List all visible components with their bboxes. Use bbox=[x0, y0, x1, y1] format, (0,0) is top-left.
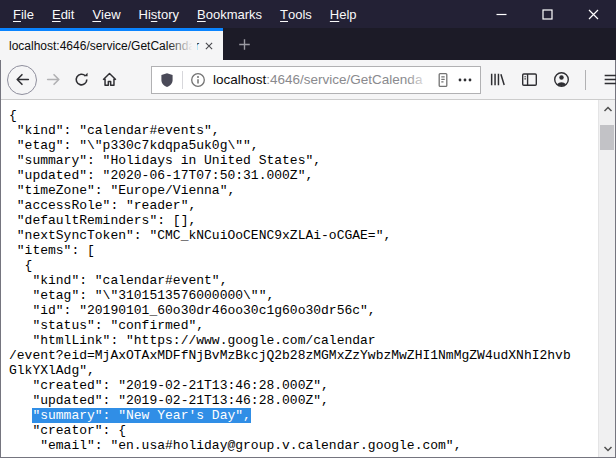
back-arrow-icon bbox=[14, 71, 31, 88]
url-fade bbox=[407, 67, 433, 93]
close-icon bbox=[587, 8, 600, 21]
tab-close-button[interactable] bbox=[200, 37, 217, 54]
json-line: "accessRole": "reader", bbox=[9, 198, 598, 213]
reload-icon bbox=[73, 71, 90, 88]
json-line: "status": "confirmed", bbox=[9, 318, 598, 333]
toolbar-separator bbox=[585, 70, 586, 90]
scroll-up-button[interactable] bbox=[599, 100, 615, 117]
url-input[interactable]: localhost:4646/service/GetCalenda bbox=[213, 67, 433, 93]
reload-button[interactable] bbox=[67, 66, 95, 94]
plus-icon bbox=[238, 38, 251, 51]
home-icon bbox=[101, 71, 118, 88]
scroll-down-button[interactable] bbox=[599, 440, 615, 457]
json-line: "summary": "Holidays in United States", bbox=[9, 153, 598, 168]
json-line: "kind": "calendar#event", bbox=[9, 273, 598, 288]
navigation-toolbar: localhost:4646/service/GetCalenda bbox=[1, 60, 615, 100]
maximize-icon bbox=[541, 8, 554, 21]
close-window-button[interactable] bbox=[570, 0, 616, 28]
menu-bar: FileEditViewHistoryBookmarksToolsHelp bbox=[0, 0, 366, 28]
toolbar-right bbox=[481, 66, 616, 94]
json-line: "updated": "2019-02-21T13:46:28.000Z", bbox=[9, 393, 598, 408]
json-line: { bbox=[9, 258, 598, 273]
json-line: "timeZone": "Europe/Vienna", bbox=[9, 183, 598, 198]
json-line: /event?eid=MjAxOTAxMDFfNjBvMzBkcjQ2b28zM… bbox=[9, 348, 598, 363]
menu-file[interactable]: File bbox=[4, 0, 43, 28]
selected-text: "summary": "New Year's Day", bbox=[32, 408, 250, 423]
json-line: "htmlLink": "https://www.google.com/cale… bbox=[9, 333, 598, 348]
json-line: "kind": "calendar#events", bbox=[9, 123, 598, 138]
vertical-scrollbar[interactable] bbox=[598, 100, 615, 457]
json-response-text[interactable]: { "kind": "calendar#events", "etag": "\"… bbox=[1, 100, 598, 457]
json-line: "id": "20190101_60o30dr46oo30c1g60o30dr5… bbox=[9, 303, 598, 318]
forward-arrow-icon bbox=[45, 71, 62, 88]
maximize-button[interactable] bbox=[524, 0, 570, 28]
reader-view-icon bbox=[435, 72, 451, 88]
chevron-down-icon bbox=[603, 444, 613, 454]
shield-icon bbox=[159, 72, 175, 88]
json-line: "creator": { bbox=[9, 423, 598, 438]
json-line: "nextSyncToken": "CMC_kNCuiOoCENC9xZLAi-… bbox=[9, 228, 598, 243]
main-menu-button[interactable] bbox=[596, 66, 616, 94]
hamburger-menu-icon bbox=[602, 71, 616, 88]
menu-edit[interactable]: Edit bbox=[43, 0, 83, 28]
sidebars-button[interactable] bbox=[515, 66, 543, 94]
minimize-button[interactable] bbox=[478, 0, 524, 28]
url-host: localhost bbox=[213, 72, 266, 87]
library-icon bbox=[489, 71, 506, 88]
chevron-up-icon bbox=[603, 104, 613, 114]
ellipsis-icon bbox=[457, 72, 473, 88]
tab-getcalendar[interactable]: localhost:4646/service/GetCalendar bbox=[0, 28, 223, 60]
menu-view[interactable]: View bbox=[83, 0, 129, 28]
tab-bar: localhost:4646/service/GetCalendar bbox=[0, 28, 616, 60]
json-line: GlkYXlAdg", bbox=[9, 363, 598, 378]
sidebar-icon bbox=[521, 71, 538, 88]
menu-help[interactable]: Help bbox=[321, 0, 366, 28]
menu-bookmarks[interactable]: Bookmarks bbox=[188, 0, 271, 28]
reader-view-button[interactable] bbox=[435, 72, 451, 88]
title-bar: FileEditViewHistoryBookmarksToolsHelp bbox=[0, 0, 616, 28]
home-button[interactable] bbox=[95, 66, 123, 94]
menu-tools[interactable]: Tools bbox=[271, 0, 321, 28]
urlbar-divider bbox=[182, 71, 183, 89]
json-line: "summary": "New Year's Day", bbox=[9, 408, 598, 423]
json-line: "items": [ bbox=[9, 243, 598, 258]
json-line: "etag": "\"3101513576000000\"", bbox=[9, 288, 598, 303]
account-button[interactable] bbox=[547, 66, 575, 94]
browser-window: FileEditViewHistoryBookmarksToolsHelp lo… bbox=[0, 0, 616, 458]
url-path: :4646/service/GetCalenda bbox=[266, 72, 422, 87]
window-controls bbox=[478, 0, 616, 28]
library-button[interactable] bbox=[483, 66, 511, 94]
menu-history[interactable]: History bbox=[130, 0, 188, 28]
url-bar[interactable]: localhost:4646/service/GetCalenda bbox=[151, 66, 481, 94]
json-line: "created": "2019-02-21T13:46:28.000Z", bbox=[9, 378, 598, 393]
tracking-protection-button[interactable] bbox=[159, 72, 175, 88]
tab-title-fade bbox=[167, 31, 197, 60]
account-person-icon bbox=[553, 71, 570, 88]
new-tab-button[interactable] bbox=[229, 28, 259, 60]
site-info-button[interactable] bbox=[190, 72, 206, 88]
json-line: "updated": "2020-06-17T07:50:31.000Z", bbox=[9, 168, 598, 183]
info-icon bbox=[190, 72, 206, 88]
json-line: "etag": "\"p330c7kdqpa5uk0g\"", bbox=[9, 138, 598, 153]
forward-button[interactable] bbox=[39, 66, 67, 94]
page-content: { "kind": "calendar#events", "etag": "\"… bbox=[1, 100, 615, 457]
json-line: "email": "en.usa#holiday@group.v.calenda… bbox=[9, 438, 598, 453]
close-icon bbox=[204, 41, 214, 51]
minimize-icon bbox=[495, 8, 508, 21]
back-button[interactable] bbox=[7, 65, 37, 95]
json-line: "defaultReminders": [], bbox=[9, 213, 598, 228]
scrollbar-thumb[interactable] bbox=[600, 125, 614, 150]
json-line: { bbox=[9, 108, 598, 123]
page-actions-button[interactable] bbox=[457, 72, 473, 88]
